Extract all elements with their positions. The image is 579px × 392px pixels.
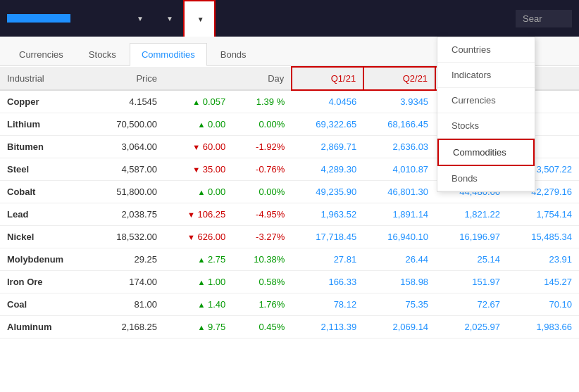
tab-commodities[interactable]: Commodities xyxy=(130,43,207,66)
cell-q1: 27.81 xyxy=(292,248,363,271)
tab-currencies[interactable]: Currencies xyxy=(7,43,75,65)
cell-price: 4.1545 xyxy=(92,90,164,113)
cell-pct: -3.27% xyxy=(232,226,292,248)
nav-markets[interactable]: ▼ xyxy=(154,0,183,37)
col-day: Day xyxy=(232,67,292,90)
table-row: Molybdenum 29.25 ▲ 2.75 10.38% 27.81 26.… xyxy=(0,248,579,271)
cell-q2: 158.98 xyxy=(363,271,435,293)
change-up-icon: ▲ xyxy=(198,255,206,264)
cell-q2: 2,069.14 xyxy=(363,316,435,339)
table-row: Lead 2,038.75 ▼ 106.25 -4.95% 1,963.52 1… xyxy=(0,203,579,226)
cell-q1: 2,869.71 xyxy=(292,136,363,158)
dropdown-currencies[interactable]: Currencies xyxy=(437,88,535,113)
cell-pct: -0.76% xyxy=(232,158,292,181)
page-wrapper: ▼ ▼ ▼ Currencies Stocks Commodities Bond… xyxy=(0,0,579,339)
nav-indicators[interactable]: ▼ xyxy=(124,0,154,37)
forecasts-dropdown-arrow: ▼ xyxy=(197,15,204,23)
cell-change: 2.75 xyxy=(208,254,225,265)
cell-price: 2,038.75 xyxy=(92,203,164,226)
cell-q2: 1,891.14 xyxy=(363,203,435,226)
cell-change: 626.00 xyxy=(198,232,226,242)
cell-name: Molybdenum xyxy=(0,248,92,271)
change-up-icon: ▲ xyxy=(198,301,206,309)
change-down-icon: ▼ xyxy=(187,233,195,241)
cell-q2: 46,801.30 xyxy=(363,181,435,203)
dropdown-indicators[interactable]: Indicators xyxy=(437,63,535,88)
cell-arrow: ▲ 0.057 xyxy=(164,90,232,113)
cell-q4: 1,983.66 xyxy=(507,316,579,339)
cell-q3: 2,025.97 xyxy=(435,316,507,339)
cell-change: 0.00 xyxy=(208,119,225,129)
cell-q2: 16,940.10 xyxy=(363,226,435,248)
cell-q4: 70.10 xyxy=(507,293,579,316)
cell-pct: -4.95% xyxy=(232,203,292,226)
cell-change: 35.00 xyxy=(203,164,226,175)
header: ▼ ▼ ▼ xyxy=(0,0,579,37)
cell-pct: 0.00% xyxy=(232,113,292,136)
dropdown-commodities[interactable]: Commodities xyxy=(437,139,535,166)
search-input[interactable] xyxy=(516,10,572,27)
cell-q1: 4,289.30 xyxy=(292,158,363,181)
nav-forecasts[interactable]: ▼ xyxy=(183,0,216,37)
cell-q3: 72.67 xyxy=(435,293,507,316)
tab-bonds[interactable]: Bonds xyxy=(208,43,259,65)
cell-name: Coal xyxy=(0,293,92,316)
cell-q1: 78.12 xyxy=(292,293,363,316)
cell-q4: 23.91 xyxy=(507,248,579,271)
cell-name: Cobalt xyxy=(0,181,92,203)
cell-change: 0.057 xyxy=(203,96,226,107)
table-row: Nickel 18,532.00 ▼ 626.00 -3.27% 17,718.… xyxy=(0,226,579,248)
cell-change: 1.00 xyxy=(208,277,225,287)
cell-q3: 1,821.22 xyxy=(435,203,507,226)
markets-dropdown-arrow: ▼ xyxy=(166,15,173,23)
table-row: Aluminum 2,168.25 ▲ 9.75 0.45% 2,113.39 … xyxy=(0,316,579,339)
dropdown-stocks[interactable]: Stocks xyxy=(437,113,535,139)
cell-price: 70,500.00 xyxy=(92,113,164,136)
dropdown-bonds[interactable]: Bonds xyxy=(437,166,535,191)
col-change-arrow xyxy=(164,67,232,90)
cell-arrow: ▲ 2.75 xyxy=(164,248,232,271)
cell-q4: 15,485.34 xyxy=(507,226,579,248)
cell-q2: 68,166.45 xyxy=(363,113,435,136)
cell-q1: 1,963.52 xyxy=(292,203,363,226)
nav-calendar[interactable] xyxy=(85,0,104,37)
cell-q4: 1,754.14 xyxy=(507,203,579,226)
cell-price: 29.25 xyxy=(92,248,164,271)
cell-price: 3,064.00 xyxy=(92,136,164,158)
cell-name: Lithium xyxy=(0,113,92,136)
cell-pct: 1.76% xyxy=(232,293,292,316)
cell-arrow: ▲ 1.00 xyxy=(164,271,232,293)
cell-q2: 4,010.87 xyxy=(363,158,435,181)
cell-change: 106.25 xyxy=(198,209,226,220)
cell-name: Lead xyxy=(0,203,92,226)
cell-arrow: ▼ 626.00 xyxy=(164,226,232,248)
change-up-icon: ▲ xyxy=(192,98,200,106)
table-row: Coal 81.00 ▲ 1.40 1.76% 78.12 75.35 72.6… xyxy=(0,293,579,316)
nav-news[interactable] xyxy=(104,0,124,37)
cell-price: 51,800.00 xyxy=(92,181,164,203)
cell-pct: -1.92% xyxy=(232,136,292,158)
main-nav: ▼ ▼ ▼ xyxy=(85,0,516,37)
cell-q2: 75.35 xyxy=(363,293,435,316)
cell-q2: 3.9345 xyxy=(363,90,435,113)
cell-price: 18,532.00 xyxy=(92,226,164,248)
indicators-dropdown-arrow: ▼ xyxy=(137,15,144,23)
cell-pct: 10.38% xyxy=(232,248,292,271)
cell-name: Nickel xyxy=(0,226,92,248)
dropdown-countries[interactable]: Countries xyxy=(437,37,535,63)
cell-name: Bitumen xyxy=(0,136,92,158)
cell-pct: 0.45% xyxy=(232,316,292,339)
cell-price: 2,168.25 xyxy=(92,316,164,339)
logo[interactable] xyxy=(7,14,70,23)
change-down-icon: ▼ xyxy=(192,165,200,174)
cell-change: 60.00 xyxy=(203,141,226,152)
cell-change: 1.40 xyxy=(208,299,225,310)
tab-stocks[interactable]: Stocks xyxy=(77,43,128,65)
col-q2: Q2/21 xyxy=(363,67,435,90)
forecasts-dropdown: Countries Indicators Currencies Stocks C… xyxy=(437,37,535,192)
col-q1: Q1/21 xyxy=(292,67,363,90)
cell-change: 0.00 xyxy=(208,186,225,197)
change-down-icon: ▼ xyxy=(187,210,195,219)
cell-pct: 0.58% xyxy=(232,271,292,293)
change-up-icon: ▲ xyxy=(198,188,206,196)
